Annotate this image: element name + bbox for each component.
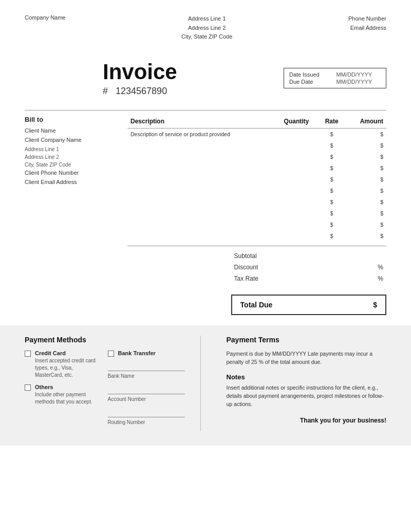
bank-name-line [108, 362, 185, 371]
invoice-title-section: Invoice # 1234567890 Date Issued MM/DD/Y… [0, 50, 411, 102]
row-rate: $ [318, 208, 345, 219]
row-amount: $ [345, 219, 386, 230]
invoice-title: Invoice [103, 60, 177, 84]
subtotal-label: Subtotal [234, 252, 257, 260]
row-quantity [275, 219, 319, 230]
payment-terms-text: Payment is due by MM/DD/YYYY Late paymen… [227, 350, 387, 366]
credit-card-content: Credit Card Insert accepted credit card … [35, 350, 98, 379]
row-quantity [275, 128, 319, 140]
routing-number-label: Routing Number [108, 419, 185, 425]
client-company: Client Company Name [25, 136, 117, 145]
bill-to-title: Bill to [25, 116, 117, 123]
row-rate: $ [318, 219, 345, 230]
payment-methods-column: Payment Methods Credit Card Insert accep… [25, 336, 201, 431]
row-quantity [275, 208, 319, 219]
address-line1: Address Line 1 [181, 14, 232, 24]
row-description: Description of service or product provid… [127, 128, 275, 140]
row-amount: $ [345, 185, 386, 196]
date-issued-label: Date Issued [289, 71, 328, 78]
row-description [127, 230, 275, 242]
city-state-zip: City, State ZIP Code [181, 32, 232, 42]
row-description [127, 151, 275, 162]
account-number-field: Account Number [108, 385, 185, 402]
row-amount: $ [345, 162, 386, 174]
row-amount: $ [345, 196, 386, 208]
row-amount: $ [345, 151, 386, 162]
others-content: Others Include other payment methods tha… [35, 384, 98, 406]
phone-number: Phone Number [348, 14, 386, 24]
row-amount: $ [345, 208, 386, 219]
payment-terms-column: Payment Terms Payment is due by MM/DD/YY… [221, 336, 387, 431]
discount-value: % [378, 264, 383, 271]
invoice-number-prefix: # [103, 86, 108, 96]
table-row: $ $ [127, 151, 386, 162]
date-issued-value: MM/DD/YYYY [337, 71, 381, 78]
footer-section: Payment Methods Credit Card Insert accep… [0, 325, 411, 446]
table-row: $ $ [127, 230, 386, 242]
col-header-quantity: Quantity [275, 116, 319, 129]
payment-methods-title: Payment Methods [25, 336, 185, 344]
row-description [127, 185, 275, 196]
table-row: $ $ [127, 219, 386, 230]
client-address-line1: Address Line 1 [25, 145, 117, 153]
invoice-title-left: Invoice # 1234567890 [103, 60, 177, 97]
row-description [127, 219, 275, 230]
row-amount: $ [345, 174, 386, 185]
table-row: $ $ [127, 174, 386, 185]
row-quantity [275, 162, 319, 174]
bank-transfer-name: Bank Transfer [118, 350, 156, 356]
row-rate: $ [318, 151, 345, 162]
row-amount: $ [345, 140, 386, 151]
account-number-label: Account Number [108, 396, 185, 402]
invoice-number: # 1234567890 [103, 86, 177, 97]
others-checkbox[interactable] [25, 384, 31, 391]
client-email: Client Email Address [25, 178, 117, 187]
email-address: Email Address [348, 24, 386, 33]
invoice-number-value: 1234567890 [116, 86, 167, 96]
row-description [127, 162, 275, 174]
bank-name-label: Bank Name [108, 373, 185, 379]
invoice-table: Description Quantity Rate Amount Descrip… [127, 116, 386, 242]
row-amount: $ [345, 230, 386, 242]
tax-rate-label: Tax Rate [234, 275, 258, 282]
row-amount: $ [345, 128, 386, 140]
header-contact: Phone Number Email Address [348, 14, 386, 42]
client-city-state-zip: City, State ZIP Code [25, 161, 117, 169]
total-due-box: Total Due $ [231, 295, 386, 315]
notes-text: Insert additional notes or specific inst… [227, 384, 387, 408]
main-content: Bill to Client Name Client Company Name … [0, 110, 411, 320]
notes-title: Notes [227, 373, 387, 381]
row-quantity [275, 174, 319, 185]
row-rate: $ [318, 128, 345, 140]
row-rate: $ [318, 196, 345, 208]
total-due-value: $ [373, 301, 377, 309]
others-name: Others [35, 384, 98, 390]
client-address: Address Line 1 Address Line 2 City, Stat… [25, 145, 117, 169]
row-rate: $ [318, 174, 345, 185]
header-address: Address Line 1 Address Line 2 City, Stat… [181, 14, 232, 42]
total-due-label: Total Due [240, 301, 273, 309]
account-number-line [108, 385, 185, 394]
tax-rate-value: % [378, 275, 383, 282]
credit-card-name: Credit Card [35, 350, 98, 356]
routing-number-line [108, 408, 185, 417]
client-name: Client Name [25, 126, 117, 136]
bank-transfer-checkbox[interactable] [108, 351, 114, 357]
row-description [127, 208, 275, 219]
invoice-dates-box: Date Issued MM/DD/YYYY Due Date MM/DD/YY… [284, 68, 386, 88]
row-rate: $ [318, 230, 345, 242]
address-line2: Address Line 2 [181, 24, 232, 33]
col-header-amount: Amount [345, 116, 386, 129]
row-description [127, 196, 275, 208]
others-desc: Include other payment methods that you a… [35, 391, 98, 406]
tax-rate-row: Tax Rate % [231, 273, 386, 284]
bill-section: Bill to Client Name Client Company Name … [25, 110, 386, 320]
credit-card-desc: Insert accepted credit card types, e.g.,… [35, 357, 98, 379]
header: Company Name Address Line 1 Address Line… [0, 0, 411, 50]
row-rate: $ [318, 140, 345, 151]
credit-card-checkbox[interactable] [25, 351, 31, 357]
table-row: $ $ [127, 196, 386, 208]
bank-transfer-item: Bank Transfer [108, 350, 185, 357]
totals-table: Subtotal Discount % Tax Rate % [231, 250, 386, 284]
pm-left: Credit Card Insert accepted credit card … [25, 350, 98, 431]
